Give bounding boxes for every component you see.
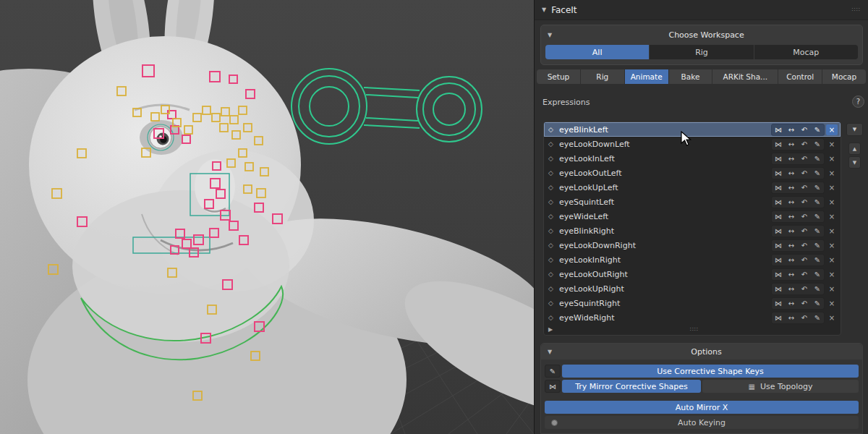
- expression-row-eyelookupleft[interactable]: ◇eyeLookUpLeft⋈↔↶✎×: [544, 180, 841, 195]
- undo-icon[interactable]: ↶: [798, 298, 811, 309]
- edit-icon[interactable]: ✎: [811, 284, 824, 294]
- panel-grip-icon[interactable]: ∷∷: [852, 7, 861, 13]
- undo-icon[interactable]: ↶: [798, 153, 811, 164]
- undo-icon[interactable]: ↶: [798, 226, 811, 237]
- edit-icon[interactable]: ✎: [811, 197, 824, 208]
- mirror-icon[interactable]: ⋈: [772, 139, 785, 150]
- swap-arrows-icon[interactable]: ↔: [785, 153, 798, 164]
- mirror-icon[interactable]: ⋈: [772, 312, 785, 323]
- mirror-icon[interactable]: ⋈: [772, 211, 785, 222]
- edit-icon[interactable]: ✎: [811, 298, 824, 309]
- mode-tab-rig[interactable]: Rig: [581, 69, 624, 84]
- undo-icon[interactable]: ↶: [798, 240, 811, 251]
- workspace-tab-all[interactable]: All: [545, 45, 649, 59]
- collapse-triangle-icon[interactable]: ▼: [548, 349, 552, 355]
- help-button[interactable]: ?: [852, 95, 864, 108]
- edit-icon[interactable]: ✎: [811, 269, 824, 280]
- choose-workspace-header[interactable]: ▼ Choose Workspace: [541, 25, 862, 44]
- edit-icon[interactable]: ✎: [811, 240, 824, 251]
- delete-icon[interactable]: ×: [826, 124, 838, 135]
- expression-row-eyeblinkleft[interactable]: ◇eyeBlinkLeft⋈↔↶✎×: [544, 122, 841, 137]
- expression-row-eyelookdownright[interactable]: ◇eyeLookDownRight⋈↔↶✎×: [544, 238, 841, 252]
- mode-tab-mocap[interactable]: Mocap: [822, 69, 866, 84]
- scroll-down-button[interactable]: ▼: [848, 156, 861, 169]
- collapse-triangle-icon[interactable]: ▼: [542, 7, 546, 13]
- swap-arrows-icon[interactable]: ↔: [785, 298, 798, 309]
- edit-icon[interactable]: ✎: [811, 312, 824, 323]
- undo-icon[interactable]: ↶: [798, 168, 811, 179]
- expression-row-eyewideright[interactable]: ◇eyeWideRight⋈↔↶✎×: [544, 310, 841, 325]
- mode-tab-bake[interactable]: Bake: [669, 69, 712, 84]
- mirror-icon[interactable]: ⋈: [772, 197, 785, 208]
- mode-tab-setup[interactable]: Setup: [537, 69, 580, 84]
- edit-icon[interactable]: ✎: [811, 211, 824, 222]
- edit-icon[interactable]: ✎: [811, 124, 824, 135]
- delete-icon[interactable]: ×: [826, 168, 838, 179]
- undo-icon[interactable]: ↶: [798, 312, 811, 323]
- delete-icon[interactable]: ×: [826, 197, 838, 208]
- list-resize-grip[interactable]: ∷∷: [553, 326, 836, 333]
- expression-row-eyelookinright[interactable]: ◇eyeLookInRight⋈↔↶✎×: [544, 252, 841, 267]
- mirror-icon[interactable]: ⋈: [772, 240, 785, 251]
- swap-arrows-icon[interactable]: ↔: [785, 168, 798, 179]
- swap-arrows-icon[interactable]: ↔: [785, 139, 798, 150]
- edit-icon[interactable]: ✎: [811, 139, 824, 150]
- mirror-icon[interactable]: ⋈: [772, 226, 785, 237]
- delete-icon[interactable]: ×: [826, 139, 838, 150]
- mirror-icon[interactable]: ⋈: [772, 255, 785, 265]
- swap-arrows-icon[interactable]: ↔: [785, 255, 798, 265]
- auto-keying-toggle[interactable]: Auto Keying: [545, 416, 859, 429]
- delete-icon[interactable]: ×: [826, 255, 838, 265]
- swap-arrows-icon[interactable]: ↔: [785, 124, 798, 135]
- expression-row-eyesquintleft[interactable]: ◇eyeSquintLeft⋈↔↶✎×: [544, 195, 841, 209]
- edit-icon[interactable]: ✎: [811, 153, 824, 164]
- expression-row-eyesquintright[interactable]: ◇eyeSquintRight⋈↔↶✎×: [544, 296, 841, 310]
- mirror-icon[interactable]: ⋈: [772, 153, 785, 164]
- undo-icon[interactable]: ↶: [798, 139, 811, 150]
- edit-icon[interactable]: ✎: [811, 255, 824, 265]
- auto-mirror-x-button[interactable]: Auto Mirror X: [545, 401, 859, 414]
- swap-arrows-icon[interactable]: ↔: [785, 312, 798, 323]
- edit-icon[interactable]: ✎: [811, 168, 824, 179]
- delete-icon[interactable]: ×: [826, 284, 838, 294]
- mode-tab-animate[interactable]: Animate: [625, 69, 668, 84]
- swap-arrows-icon[interactable]: ↔: [785, 284, 798, 294]
- expression-row-eyelookoutright[interactable]: ◇eyeLookOutRight⋈↔↶✎×: [544, 267, 841, 281]
- expression-row-eyelookoutleft[interactable]: ◇eyeLookOutLeft⋈↔↶✎×: [544, 166, 841, 180]
- mirror-icon[interactable]: ⋈: [545, 380, 561, 393]
- undo-icon[interactable]: ↶: [798, 255, 811, 265]
- use-topology-button[interactable]: ▦ Use Topology: [702, 380, 859, 393]
- mode-tab-control[interactable]: Control: [778, 69, 822, 84]
- panel-header[interactable]: ▼ FaceIt ∷∷: [535, 0, 868, 20]
- swap-arrows-icon[interactable]: ↔: [785, 182, 798, 193]
- list-options-dropdown[interactable]: ▼: [846, 123, 863, 136]
- undo-icon[interactable]: ↶: [798, 284, 811, 294]
- swap-arrows-icon[interactable]: ↔: [785, 240, 798, 251]
- options-header[interactable]: ▼ Options: [541, 344, 862, 359]
- workspace-tab-mocap[interactable]: Mocap: [754, 45, 858, 59]
- expression-row-eyewideleft[interactable]: ◇eyeWideLeft⋈↔↶✎×: [544, 209, 841, 224]
- try-mirror-corrective-shapes-button[interactable]: Try Mirror Corrective Shapes: [562, 380, 701, 393]
- mirror-icon[interactable]: ⋈: [772, 269, 785, 280]
- collapse-triangle-icon[interactable]: ▼: [548, 32, 552, 38]
- edit-icon[interactable]: ✎: [811, 226, 824, 237]
- delete-icon[interactable]: ×: [826, 269, 838, 280]
- mirror-icon[interactable]: ⋈: [772, 298, 785, 309]
- delete-icon[interactable]: ×: [826, 298, 838, 309]
- undo-icon[interactable]: ↶: [798, 269, 811, 280]
- undo-icon[interactable]: ↶: [798, 211, 811, 222]
- undo-icon[interactable]: ↶: [798, 124, 811, 135]
- expression-row-eyelookdownleft[interactable]: ◇eyeLookDownLeft⋈↔↶✎×: [544, 137, 841, 151]
- swap-arrows-icon[interactable]: ↔: [785, 197, 798, 208]
- swap-arrows-icon[interactable]: ↔: [785, 226, 798, 237]
- mirror-icon[interactable]: ⋈: [772, 284, 785, 294]
- mirror-icon[interactable]: ⋈: [772, 124, 785, 135]
- delete-icon[interactable]: ×: [826, 226, 838, 237]
- delete-icon[interactable]: ×: [826, 153, 838, 164]
- delete-icon[interactable]: ×: [826, 312, 838, 323]
- workspace-tab-rig[interactable]: Rig: [650, 45, 753, 59]
- edit-icon[interactable]: ✎: [811, 182, 824, 193]
- mode-tab-arkit-sha[interactable]: ARKit Sha...: [712, 69, 778, 84]
- viewport-3d[interactable]: [0, 0, 534, 434]
- delete-icon[interactable]: ×: [826, 182, 838, 193]
